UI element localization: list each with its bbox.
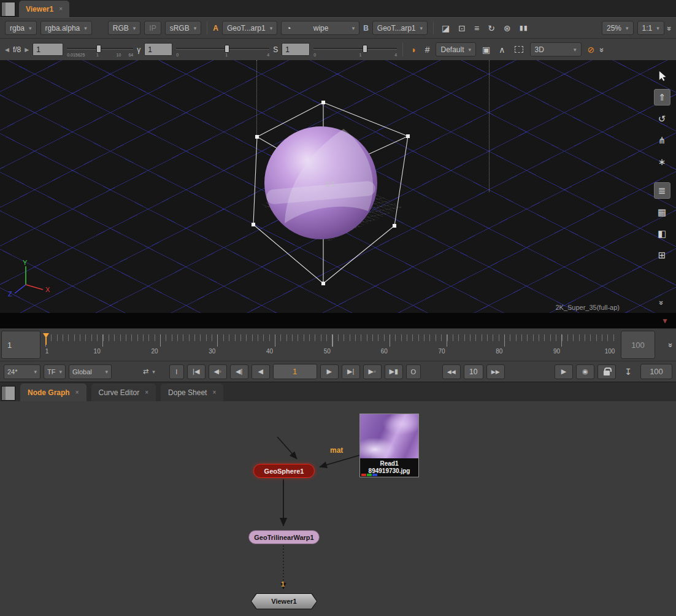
prev-frame-button[interactable]: ◀| <box>230 364 248 379</box>
timeline-end-field[interactable]: 100 <box>621 331 655 359</box>
wipe-mode-select[interactable]: ◔ wipe ▾ <box>281 21 359 35</box>
pause-icon[interactable]: ▮▮ <box>517 25 531 31</box>
viewer-input-number-label: 1 <box>281 580 285 588</box>
lut-curve-icon[interactable]: ∧ <box>496 45 507 54</box>
fps-select[interactable]: 24* ▾ <box>4 364 40 379</box>
tab-dope-sheet[interactable]: Dope Sheet × <box>161 383 223 401</box>
lattice-edit-icon[interactable]: ≣ <box>654 182 670 199</box>
skip-forward-button[interactable]: ▶▶ <box>486 364 505 379</box>
layer-select[interactable]: rgba ▾ <box>5 21 37 35</box>
proxy-mode-icon[interactable]: ≡ <box>472 24 482 33</box>
display-style-select[interactable]: RGB ▾ <box>108 21 141 35</box>
stamp-icon[interactable]: ▣ <box>480 45 493 54</box>
prev-keyframe-button[interactable]: ◀◦ <box>209 364 227 379</box>
fstop-decrease-icon[interactable]: ◀ <box>5 47 9 53</box>
go-to-start-button[interactable]: |◀ <box>187 364 205 379</box>
pixel-aspect-select[interactable]: 1:1 ▾ <box>637 21 664 35</box>
tab-curve-editor[interactable]: Curve Editor × <box>91 383 156 401</box>
playback-mode-button[interactable]: ⇄ ▾ <box>139 364 159 379</box>
close-icon[interactable]: × <box>145 389 148 396</box>
select-cursor-icon[interactable] <box>654 67 670 84</box>
set-in-button[interactable]: I <box>169 364 184 379</box>
gain-input[interactable] <box>33 43 63 56</box>
toolbar-overflow-icon[interactable]: » <box>597 48 607 51</box>
close-icon[interactable]: × <box>212 389 216 396</box>
frame-all-icon[interactable]: ⊞ <box>654 247 670 263</box>
saturation-slider[interactable]: 0 1 4 <box>313 40 397 60</box>
zoom-select[interactable]: 25% ▾ <box>602 21 634 35</box>
playhead[interactable] <box>43 333 50 347</box>
timeline-overflow-icon[interactable]: » <box>666 343 675 346</box>
input-process-active-icon[interactable]: ◗ <box>409 45 418 54</box>
wipe-dial-icon[interactable]: ◔ <box>286 24 291 33</box>
dangling-input-arrow[interactable] <box>277 437 297 459</box>
viewer-process-select[interactable]: Default ▾ <box>436 42 476 56</box>
gain-slider-handle[interactable] <box>96 45 101 53</box>
edge-read-to-geosphere-mat[interactable] <box>320 455 359 467</box>
next-frame-button[interactable]: ▶| <box>342 364 360 379</box>
grid-display-icon[interactable]: ▦ <box>654 204 670 220</box>
play-forward-button[interactable]: ▶ <box>320 364 339 379</box>
timeline-ruler[interactable]: 1 10 20 30 40 50 60 70 80 90 100 <box>43 331 618 359</box>
translate-tool-icon[interactable]: ⇑ <box>654 89 670 106</box>
layout-tiles-icon[interactable]: ◧ <box>654 225 670 242</box>
guides-grid-icon[interactable]: # <box>423 45 432 54</box>
alpha-channel-select[interactable]: rgba.alpha ▾ <box>40 21 92 35</box>
view-mode-select[interactable]: 3D ▾ <box>530 42 582 56</box>
input-b-select[interactable]: GeoT...arp1 ▾ <box>372 21 428 35</box>
flipbook-button[interactable]: ▶ <box>555 364 573 379</box>
node-viewer1[interactable]: Viewer1 <box>251 593 317 609</box>
zoom-value: 25% <box>607 24 621 33</box>
input-process-toggle[interactable]: IP <box>144 21 161 35</box>
viewport-3d-scene[interactable]: 0.1 <box>0 60 676 313</box>
tf-select[interactable]: TF ▾ <box>44 364 66 379</box>
rotate-tool-icon[interactable]: ↺ <box>654 110 670 127</box>
gamma-slider-track[interactable] <box>176 48 269 50</box>
skip-back-button[interactable]: ◀◀ <box>442 364 461 379</box>
fstop-increase-icon[interactable]: ▶ <box>25 47 29 53</box>
snap-tool-icon[interactable]: ∗ <box>654 153 670 170</box>
wipe-split-icon[interactable]: ◪ <box>439 24 452 33</box>
playback-end-field[interactable]: 100 <box>640 364 672 379</box>
node-read1[interactable]: Read1 894919730.jpg <box>359 414 419 477</box>
pivot-tool-icon[interactable]: ⋔ <box>654 132 670 148</box>
saturation-slider-track[interactable] <box>313 48 397 50</box>
gamma-input[interactable] <box>144 43 172 56</box>
gamma-slider-handle[interactable] <box>225 45 229 53</box>
go-to-end-button[interactable]: ▶▮ <box>385 364 403 379</box>
next-keyframe-button[interactable]: ▶◦ <box>363 364 382 379</box>
settings-gear-icon[interactable]: ⊛ <box>501 24 513 33</box>
lock-range-button[interactable] <box>597 364 616 379</box>
gain-slider[interactable]: 0.015625 1 10 64 <box>67 40 133 60</box>
side-toolbar-overflow-icon[interactable]: » <box>654 294 670 310</box>
panel-drag-handle[interactable] <box>1 386 15 401</box>
set-out-button[interactable]: O <box>406 364 421 379</box>
node-geotrilinearwarp1[interactable]: GeoTrilinearWarp1 <box>248 530 320 544</box>
monitor-out-icon[interactable]: ⊡ <box>456 24 468 33</box>
capture-button[interactable]: ◉ <box>576 364 594 379</box>
play-backward-button[interactable]: ◀ <box>252 364 270 379</box>
viewer-3d-viewport[interactable]: 0.1 Y X Z 2K_Super_35(full-ap) ⇑ ↺ ⋔ ∗ ≣… <box>0 60 676 313</box>
gamma-slider[interactable]: 0 1 4 <box>176 40 269 60</box>
close-icon[interactable]: × <box>75 389 79 396</box>
timeline-start-field[interactable]: 1 <box>1 331 40 359</box>
saturation-input[interactable] <box>282 43 310 56</box>
toolbar-overflow-icon[interactable]: » <box>665 26 674 29</box>
frame-range-select[interactable]: Global ▾ <box>69 364 112 379</box>
panel-drag-handle[interactable] <box>1 2 15 17</box>
viewer-colorspace-select[interactable]: sRGB ▾ <box>165 21 202 35</box>
input-a-select[interactable]: GeoT...arp1 ▾ <box>222 21 277 35</box>
frame-step-field[interactable] <box>464 364 483 379</box>
roi-dashed-icon[interactable] <box>515 46 523 53</box>
current-frame-field[interactable] <box>273 364 317 379</box>
saturation-slider-handle[interactable] <box>363 45 367 53</box>
node-graph-canvas[interactable]: mat 1 Read1 894919730.jpg GeoSphere1 Geo… <box>0 401 676 616</box>
refresh-icon[interactable]: ↻ <box>485 24 497 33</box>
export-button[interactable]: ↧ <box>619 364 637 379</box>
tab-node-graph[interactable]: Node Graph × <box>20 383 86 401</box>
close-icon[interactable]: × <box>59 6 63 12</box>
strip-expand-icon[interactable]: ▼ <box>661 317 669 325</box>
lock-3d-view-icon[interactable]: ⊘ <box>585 45 597 54</box>
tab-viewer1[interactable]: Viewer1 × <box>19 1 69 17</box>
node-geosphere1[interactable]: GeoSphere1 <box>253 464 315 478</box>
